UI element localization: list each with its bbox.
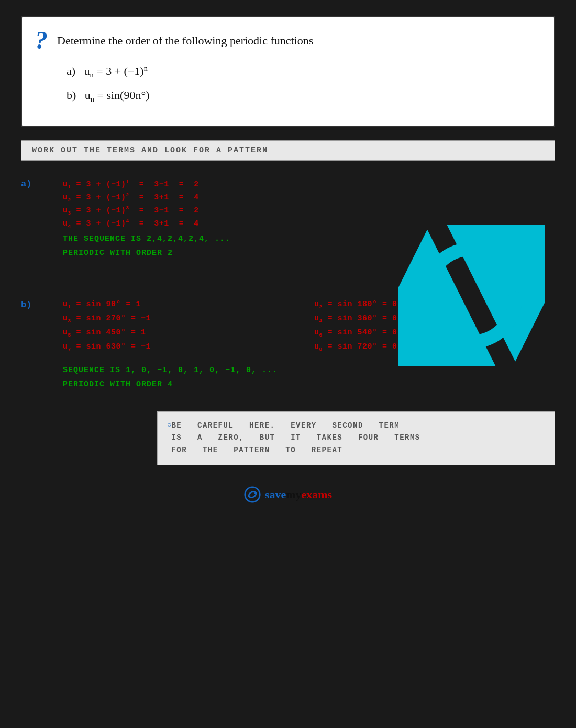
svg-point-0 (245, 487, 260, 502)
footer-brand: savemyexams (265, 488, 332, 501)
calc-b5: u5 = sin 450° = 1 (63, 328, 304, 338)
calc-b7: u7 = sin 630° = −1 (63, 342, 304, 352)
footer-save: save (265, 488, 286, 501)
question-mark-icon: ? (35, 28, 48, 53)
careful-line: ○ BE CAREFUL HERE. EVERY SECOND TERM IS … (167, 420, 545, 457)
careful-bullet: ○ (167, 421, 171, 429)
footer-my: my (286, 488, 301, 501)
part-a-label: a) (21, 179, 63, 259)
question-text: Determine the order of the following per… (57, 30, 313, 48)
careful-text-1: BE CAREFUL HERE. EVERY SECOND TERM (171, 420, 420, 432)
hint-text: WORK OUT THE TERMS AND LOOK FOR A PATTER… (32, 146, 268, 155)
savemyexams-logo-icon (244, 486, 261, 503)
question-parts: a) un = 3 + (−1)n b) un = sin(90n°) (35, 62, 538, 105)
page: ? Determine the order of the following p… (0, 16, 576, 728)
careful-text-2: IS A ZERO, BUT IT TAKES FOUR TERMS (171, 432, 420, 444)
sequence-b-text: SEQUENCE IS 1, 0, −1, 0, 1, 0, −1, 0, ..… (63, 366, 555, 375)
calc-line-a3: u3 = 3 + (−1)3 = 3−1 = 2 (63, 205, 555, 216)
hint-banner: WORK OUT THE TERMS AND LOOK FOR A PATTER… (21, 140, 555, 161)
question-header: ? Determine the order of the following p… (35, 30, 538, 53)
careful-text-block: BE CAREFUL HERE. EVERY SECOND TERM IS A … (171, 420, 420, 457)
careful-box: ○ BE CAREFUL HERE. EVERY SECOND TERM IS … (157, 411, 555, 465)
question-part-b: b) un = sin(90n°) (67, 86, 538, 105)
periodic-b-text: PERIODIC WITH ORDER 4 (63, 380, 555, 389)
calc-b3: u3 = sin 270° = −1 (63, 314, 304, 324)
calc-b1: u1 = sin 90° = 1 (63, 300, 304, 310)
question-box: ? Determine the order of the following p… (21, 16, 555, 127)
footer: savemyexams (0, 476, 576, 519)
calc-line-a1: u1 = 3 + (−1)1 = 3−1 = 2 (63, 179, 555, 190)
part-b-label: b) (21, 300, 63, 390)
footer-exams: exams (302, 488, 333, 501)
cycle-arrow-svg (398, 220, 545, 366)
careful-text-3: FOR THE PATTERN TO REPEAT (171, 444, 420, 457)
calc-line-a2: u2 = 3 + (−1)2 = 3+1 = 4 (63, 192, 555, 203)
refresh-icon-overlay (398, 220, 545, 366)
question-part-a: a) un = 3 + (−1)n (67, 62, 538, 81)
